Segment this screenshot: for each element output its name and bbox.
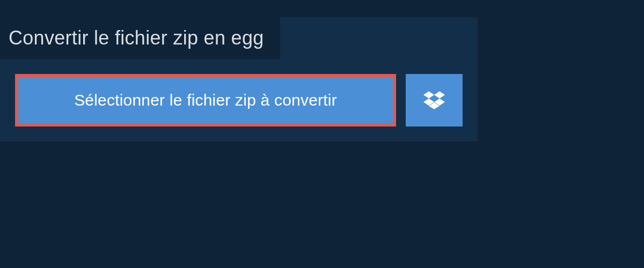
select-file-label: Sélectionner le fichier zip à convertir — [74, 91, 337, 109]
button-row: Sélectionner le fichier zip à convertir — [0, 59, 478, 142]
dropbox-icon — [423, 90, 445, 111]
select-file-button[interactable]: Sélectionner le fichier zip à convertir — [15, 74, 396, 126]
title-container: Convertir le fichier zip en egg — [0, 17, 280, 59]
page-title: Convertir le fichier zip en egg — [9, 27, 264, 49]
dropbox-button[interactable] — [406, 74, 463, 126]
converter-panel: Convertir le fichier zip en egg Sélectio… — [0, 17, 478, 142]
